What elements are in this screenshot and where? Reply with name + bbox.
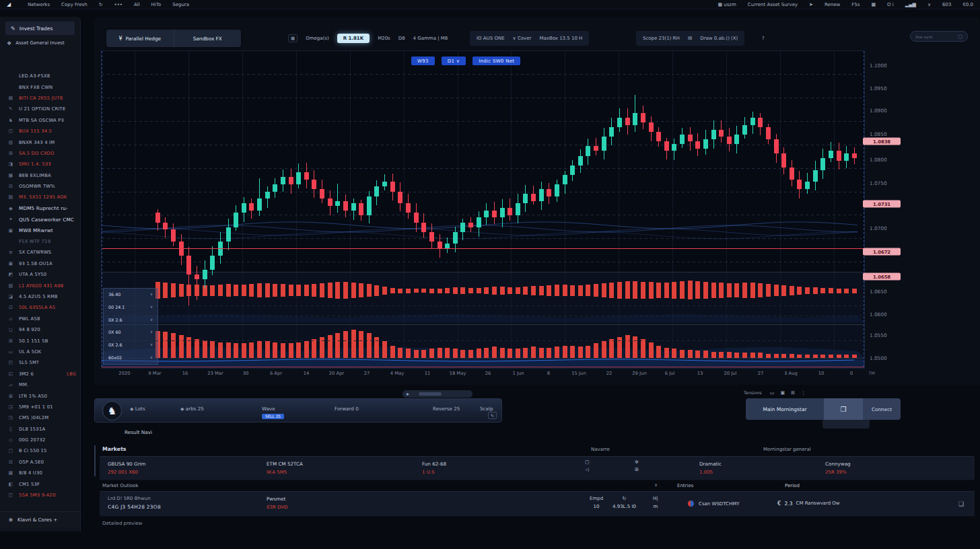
sidebar-title-button[interactable]: ✎ Invest Trades [5,22,75,35]
toolbar-button-0-2[interactable]: R 1.81K [337,34,370,43]
toolbar-button-0-5[interactable]: 4 Gamma | M8 [413,36,448,41]
watchlist-item[interactable]: ⊡50L 63S5LA A5 [0,302,80,313]
toolbar-button-1-1[interactable]: ∨ Cover [513,36,532,41]
sidebar-subtitle-item[interactable]: ❖ Asset General Invest [0,37,80,49]
speaker-icon[interactable]: ◁ [585,468,590,472]
chart-badge-0[interactable]: W93 [411,57,435,65]
toolbar-button-0-0[interactable]: ▦ [288,34,298,42]
watchlist-item[interactable]: ⊟OSOMWR TW% [0,181,80,192]
mini-tool-icon-3[interactable]: ⋮ [801,390,806,396]
watchlist-item[interactable]: ◱3M2 6L8G [0,369,80,379]
market-row-2[interactable]: Lrd D! 5R0 Bhwun C4G J3 54H28 23O8 Pwsme… [100,491,975,517]
connect-button[interactable]: Connect [863,398,901,420]
toolbar-button-1-2[interactable]: MaxBox 13.5 10 H [539,36,582,41]
watchlist-item[interactable]: ◩UTA A 5Y50 [0,269,80,280]
account-flag-item[interactable]: Csan WSDTCHMY [687,500,740,507]
toolbar-button-3-0[interactable]: ? [762,36,765,41]
menu-item-4[interactable]: All [134,2,140,7]
refresh-icon[interactable]: ↻ [612,497,636,501]
status-item-0[interactable]: ▦ uszm [718,2,736,7]
edit-order-button[interactable]: ✎ [488,412,497,419]
trade-field-5[interactable]: Scalp [480,406,493,412]
watchlist-item[interactable]: ▣93 1.58 OU1A [0,258,80,269]
main-morningstar-button[interactable]: Main Morningstar [746,398,824,420]
chart-scrollbar[interactable]: ▸ [403,390,473,398]
column-header-navarre[interactable]: Navarre [591,447,610,452]
grid-small-icon[interactable]: ⊞ [635,468,639,472]
trade-field-3[interactable]: Forward 0 [335,406,359,412]
watchlist-item[interactable]: ♞MTB SA OSCWA P3 [0,115,80,126]
menu-item-5[interactable]: HiTo [151,2,162,7]
status-item-2[interactable]: ➤ [809,2,813,7]
menu-item-2[interactable]: ↻ [99,2,103,7]
chart-tab-0[interactable]: ¥Parallel Hedge [106,30,174,47]
market-row-1[interactable]: GBUSA 90 Grim 292 001 X60 ETM CM 52TCA W… [100,456,975,480]
watchlist-item[interactable]: ◇00G 20732 [0,435,80,445]
trade-field-0[interactable]: ◈ Lots [130,406,145,412]
tensions-label[interactable]: Tensions [744,390,762,395]
trade-field-4[interactable]: Reverse 25 [433,406,460,412]
collapse-icon[interactable]: ∨ [654,482,658,488]
watchlist-item[interactable]: ⊞50.1 151 5B [0,335,80,346]
watchlist-item[interactable]: ⊠LTR 1% A50 [0,390,80,401]
status-item-7[interactable]: ▂▄▆ [905,2,916,7]
watchlist-item[interactable]: ◫55A 5M3 9-A20 [0,490,80,501]
watchlist-item[interactable]: ▨L1 AY6G0 431 A98 [0,280,80,291]
status-item-6[interactable]: O i [887,2,894,7]
watchlist-item[interactable]: ⊟O5P A.5E0 [0,457,80,468]
watchlist-item[interactable]: BNX FX8 CWN [0,81,80,92]
watchlist-item[interactable]: ◨SMU 1.4. 533 [0,159,80,170]
chart-tab-1[interactable]: Sandbox FX [174,30,242,47]
watchlist-item[interactable]: ▢B Ci 550 15 [0,445,80,456]
toolbar-button-0-1[interactable]: Omega(s) [306,36,328,41]
watchlist-item[interactable]: ◰5L5 5M? [0,357,80,368]
status-item-3[interactable]: Renew [825,2,840,7]
star-icon[interactable]: ✲ [635,460,639,465]
watchlist-item[interactable]: ▥BNXR 343 4 IM [0,137,80,147]
candlestick-canvas[interactable] [102,51,864,368]
chart-badge-1[interactable]: D1 ∨ [442,57,466,65]
mini-tool-icon-0[interactable]: ▭ [770,390,775,396]
status-item-1[interactable]: Current Asset Survey [748,2,798,7]
status-item-5[interactable]: ▦ [871,2,876,7]
scroll-handle[interactable] [419,392,442,396]
status-item-10[interactable]: €0.0 [963,2,973,7]
scroll-arrow-icon[interactable]: ▸ [407,392,409,397]
toolbar-button-0-4[interactable]: D8 [398,36,405,41]
toolbar-button-2-2[interactable]: Draw 0.ab.() (X) [700,36,738,41]
watchlist-item[interactable]: ▭UL A 5OK [0,346,80,357]
watchlist-item[interactable]: ✎U 21 OPTION CRITE [0,104,80,114]
status-item-8[interactable]: ∨ [928,2,931,7]
menu-item-0[interactable]: Networks [28,2,50,7]
watchlist-item[interactable]: ◳CM5 )04L2M [0,412,80,423]
price-chart[interactable]: W93D1 ∨Indic SW0 Net 36.40∨00 24.1∨0X 2.… [101,50,865,369]
watchlist-item[interactable]: ▫PWL A58 [0,314,80,324]
trade-field-2[interactable]: WaveSELL 25 [262,406,275,412]
watchlist-item[interactable]: ✦QU5 Caseworker CMC [0,214,80,225]
watchlist-item[interactable]: ◧CM1 53F [0,478,80,489]
market-outlook-label[interactable]: Market Outlook [102,483,139,488]
status-item-4[interactable]: F5s [851,2,860,7]
column-header-morningstar[interactable]: Morningstar general [763,447,811,452]
checkbox-icon[interactable]: ▢ [585,460,590,465]
toolbar-button-1-0[interactable]: IO AUS ONE [477,36,505,41]
menu-item-3[interactable]: ••• [114,2,123,7]
watchlist-item[interactable]: ▧M3. 5X51 1295 AOK [0,192,80,203]
menu-item-6[interactable]: Segura [172,2,189,7]
watchlist-item[interactable]: LED A3-F5X8 [0,71,80,81]
status-item-9[interactable]: 603 [942,2,951,7]
watchlist-item[interactable]: ▦BEB EXLIMBA [0,170,80,181]
time-axis[interactable]: 20209 Mar1623 Mar306 Apr1420 Apr274 May1… [101,371,865,379]
watchlist-item[interactable]: ◲5M9 +01 1 01 [0,402,80,412]
price-axis[interactable]: 1.10001.09501.09001.08501.08381.08001.07… [867,50,910,369]
watchlist-item[interactable]: ◻94 8 920 [0,324,80,335]
euro-item[interactable]: € 2.3 CM Ranswvard Ow [777,500,840,507]
watchlist-item[interactable]: F5X WTF 719 [0,236,80,247]
watchlist-item[interactable]: ▣MW8 MRwrwt [0,225,80,235]
watchlist-item[interactable]: ▩8/8 4 U30 [0,468,80,478]
watchlist-item[interactable]: ▤BITI CA 2K55 JU78 [0,93,80,104]
sidebar-footer-button[interactable]: ⊕ Klavri & Cores + [0,511,80,527]
watchlist-item[interactable]: ◆MDM5 Ruprecht ru- [0,203,80,214]
sell-badge[interactable]: SELL 25 [262,414,284,419]
toolbar-button-2-1[interactable]: I8 [688,36,693,41]
